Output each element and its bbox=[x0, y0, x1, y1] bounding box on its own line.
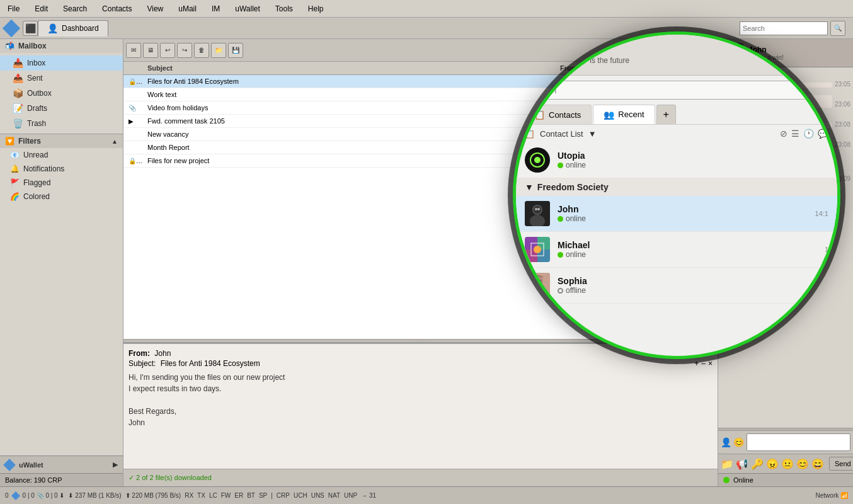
filter-unread[interactable]: 📧 Unread bbox=[0, 148, 123, 162]
menu-uwallet[interactable]: uWallet bbox=[232, 3, 263, 14]
menu-tools[interactable]: Tools bbox=[273, 3, 295, 14]
uwallet-expand-icon: ▶ bbox=[113, 461, 118, 469]
back-btn[interactable]: ⬛ bbox=[23, 21, 38, 36]
online-dot-icon bbox=[723, 477, 730, 483]
contact-list-chevron-icon[interactable]: ▼ bbox=[588, 129, 597, 139]
search-icon-btn[interactable]: 🔍 bbox=[830, 21, 845, 36]
menu-file[interactable]: File bbox=[5, 3, 22, 14]
contact-item-utopia[interactable]: Utopia online bbox=[516, 142, 837, 178]
group-header-freedom-society[interactable]: ▼ Freedom Society bbox=[516, 178, 837, 196]
michael-status: online bbox=[558, 250, 817, 259]
michael-avatar bbox=[525, 237, 550, 262]
michael-name: Michael bbox=[558, 240, 817, 250]
contact-list-header: 📋 Contact List ▼ ⊘ ☰ 🕐 💬 bbox=[516, 125, 837, 142]
circle-clock-icon[interactable]: 🕐 bbox=[803, 129, 814, 139]
contact-item-michael[interactable]: Michael online 1 bbox=[516, 232, 837, 268]
trash-icon: 🗑️ bbox=[13, 118, 23, 129]
folder-drafts[interactable]: 📝 Drafts bbox=[0, 101, 123, 116]
monitor-btn[interactable]: 🖥 bbox=[143, 43, 158, 58]
sophia-info: Sophia offline bbox=[558, 276, 828, 295]
contacts-circle-overlay: Marti Utopia - is the future 🔒 🪟 ⚙ 🔍 📋 C… bbox=[513, 32, 840, 359]
folder-inbox[interactable]: 📥 Inbox bbox=[0, 55, 123, 71]
circle-search-area: 🔍 bbox=[516, 76, 837, 105]
john-time: 14:1 bbox=[815, 210, 828, 217]
utopia-contact-info: Utopia online bbox=[558, 151, 828, 169]
chat-emoji-2[interactable]: 😐 bbox=[781, 458, 794, 470]
sophia-offline-dot bbox=[558, 288, 563, 294]
menu-search[interactable]: Search bbox=[60, 3, 89, 14]
save-btn[interactable]: 💾 bbox=[228, 43, 243, 58]
svg-point-77 bbox=[534, 246, 541, 253]
circle-no-icon[interactable]: ⊘ bbox=[780, 129, 787, 139]
folder-sent[interactable]: 📤 Sent bbox=[0, 71, 123, 86]
chat-person-icon[interactable]: 👤 bbox=[721, 437, 731, 447]
move-btn[interactable]: 📁 bbox=[211, 43, 226, 58]
circle-search-wrapper: 🔍 bbox=[524, 81, 830, 100]
contact-item-john[interactable]: John online 14:1 bbox=[516, 196, 837, 232]
online-status-bar: Online bbox=[718, 473, 853, 486]
download-status: ✓ 2 of 2 file(s) downloaded bbox=[129, 474, 212, 482]
filter-notifications[interactable]: 🔔 Notifications bbox=[0, 162, 123, 176]
upload-speed: ⬆ 220 MB (795 B/s) bbox=[125, 492, 181, 499]
diamond-icon bbox=[3, 19, 20, 37]
john-avatar bbox=[525, 201, 550, 226]
chat-emoji-4[interactable]: 😄 bbox=[811, 458, 824, 470]
chat-mic-icon[interactable]: 🔑 bbox=[751, 458, 764, 470]
menu-contacts[interactable]: Contacts bbox=[100, 3, 134, 14]
add-contact-tab-button[interactable]: + bbox=[656, 105, 676, 124]
chat-emoji-icon[interactable]: 😊 bbox=[733, 437, 744, 447]
folder-trash[interactable]: 🗑️ Trash bbox=[0, 116, 123, 131]
utopia-name: Utopia bbox=[558, 151, 828, 161]
recent-tab-icon: 👥 bbox=[604, 110, 614, 120]
preview-add-icon[interactable]: + bbox=[694, 359, 699, 368]
delete-btn[interactable]: 🗑 bbox=[194, 43, 209, 58]
compose-btn[interactable]: ✉ bbox=[126, 43, 141, 58]
svg-point-69 bbox=[535, 208, 537, 210]
folder-list: 📥 Inbox 📤 Sent 📦 Outbox 📝 Drafts 🗑️ Tras… bbox=[0, 53, 123, 134]
chat-input[interactable] bbox=[747, 433, 850, 451]
circle-header-action-icons: ⊘ ☰ 🕐 💬 bbox=[780, 129, 828, 139]
menu-view[interactable]: View bbox=[144, 3, 166, 14]
tab-dashboard[interactable]: 👤 Dashboard bbox=[38, 20, 108, 37]
michael-online-dot bbox=[558, 252, 563, 258]
preview-minimize-icon[interactable]: – bbox=[701, 359, 706, 368]
circle-chat-icon[interactable]: 💬 bbox=[818, 129, 828, 139]
colored-icon: 🌈 bbox=[10, 192, 20, 201]
filters-header[interactable]: 🔽 Filters ▲ bbox=[0, 134, 123, 148]
svg-point-81 bbox=[539, 280, 541, 282]
forward-btn[interactable]: ↪ bbox=[177, 43, 192, 58]
tab-recent[interactable]: 👥 Recent bbox=[593, 105, 655, 124]
uwallet-bar[interactable]: uWallet ▶ bbox=[0, 455, 123, 473]
chat-folder-icon[interactable]: 📁 bbox=[721, 458, 733, 470]
folder-outbox[interactable]: 📦 Outbox bbox=[0, 86, 123, 101]
menu-edit[interactable]: Edit bbox=[32, 3, 50, 14]
sophia-name: Sophia bbox=[558, 276, 828, 286]
mailbox-header[interactable]: 📬 Mailbox bbox=[0, 39, 123, 53]
utopia-avatar bbox=[525, 147, 550, 173]
circle-search-input[interactable] bbox=[524, 81, 830, 100]
uwallet-diamond-icon bbox=[3, 459, 16, 471]
send-button[interactable]: Send bbox=[829, 457, 853, 471]
circle-tabs: 📋 Contacts 👥 Recent + bbox=[516, 105, 837, 125]
svg-point-68 bbox=[534, 206, 541, 214]
contact-item-sophia[interactable]: Sophia offline bbox=[516, 268, 837, 304]
preview-subject: Subject: Files for Anti 1984 Ecosystem +… bbox=[129, 359, 713, 368]
john-info: John online bbox=[558, 204, 808, 223]
menu-im[interactable]: IM bbox=[209, 3, 222, 14]
tab-avatar-icon: 👤 bbox=[47, 23, 58, 33]
circle-list-icon[interactable]: ☰ bbox=[791, 129, 799, 139]
filter-colored[interactable]: 🌈 Colored bbox=[0, 190, 123, 203]
contact-list-dropdown-icon: 📋 bbox=[525, 129, 535, 139]
menu-umail[interactable]: uMail bbox=[176, 3, 199, 14]
utopia-status: online bbox=[558, 161, 828, 169]
chat-emoji-1[interactable]: 😠 bbox=[766, 458, 779, 470]
filter-flagged[interactable]: 🚩 Flagged bbox=[0, 176, 123, 190]
chat-emoji-3[interactable]: 😊 bbox=[796, 458, 809, 470]
main-search-input[interactable] bbox=[740, 21, 828, 35]
reply-btn[interactable]: ↩ bbox=[160, 43, 175, 58]
preview-close-icon[interactable]: × bbox=[708, 359, 713, 368]
menu-help[interactable]: Help bbox=[306, 3, 326, 14]
chat-speaker-icon[interactable]: 📢 bbox=[736, 458, 748, 470]
notifications-icon: 🔔 bbox=[10, 164, 20, 173]
left-panel: 📬 Mailbox 📥 Inbox 📤 Sent 📦 Outbox 📝 Draf… bbox=[0, 39, 123, 486]
